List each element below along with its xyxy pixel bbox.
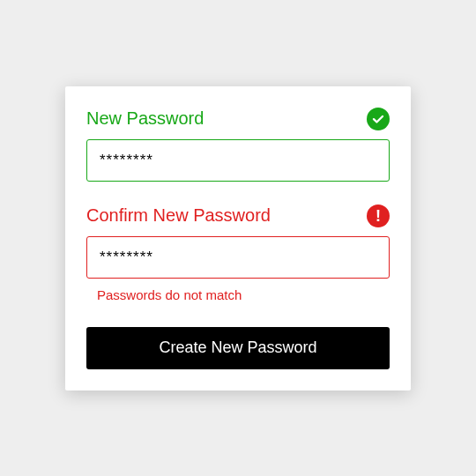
confirm-password-error-message: Passwords do not match [97,287,390,302]
checkmark-icon [367,108,390,130]
new-password-label: New Password [86,108,204,129]
confirm-password-input[interactable] [86,236,390,279]
new-password-label-row: New Password [86,108,390,130]
confirm-password-label: Confirm New Password [86,205,271,226]
new-password-group: New Password [86,108,390,182]
create-password-button[interactable]: Create New Password [86,327,390,369]
new-password-input[interactable] [86,139,390,182]
confirm-password-label-row: Confirm New Password ! [86,205,390,227]
confirm-password-group: Confirm New Password ! Passwords do not … [86,205,390,302]
error-icon: ! [367,205,390,227]
password-form-card: New Password Confirm New Password ! Pass… [65,86,411,390]
